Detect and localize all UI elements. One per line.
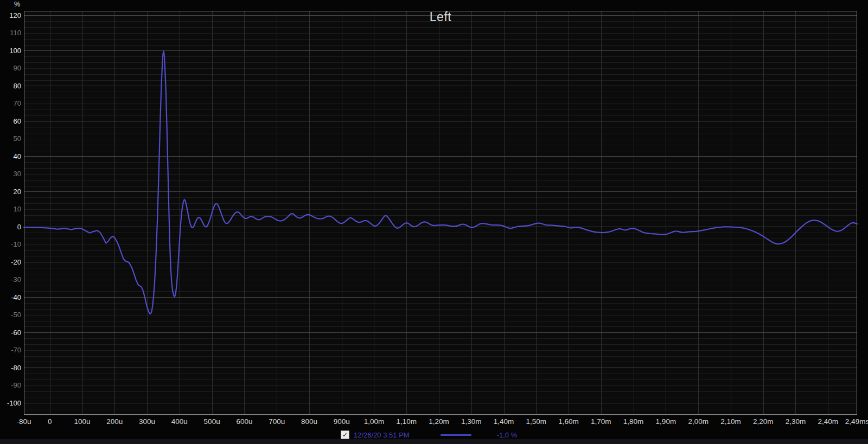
y-tick-label: 100 [9, 47, 21, 55]
y-tick-label: -90 [11, 381, 21, 389]
x-tick-label: 1,80m [623, 417, 644, 426]
x-tick-label: 2,00m [688, 417, 709, 426]
y-tick-label: -100 [7, 399, 21, 407]
graph-canvas[interactable]: 1201101009080706050403020100-10-20-30-40… [0, 0, 868, 428]
x-tick-label: 200u [106, 417, 123, 426]
x-tick-label: 600u [236, 417, 252, 426]
legend-trace-line-swatch [441, 434, 471, 436]
x-tick-label: 400u [171, 417, 188, 426]
impulse-response-graph[interactable]: 1201101009080706050403020100-10-20-30-40… [0, 0, 868, 428]
y-tick-label: 70 [14, 99, 21, 107]
y-tick-label: 50 [14, 134, 21, 143]
impulse-response-screen: { "title": "Left", "y_unit_label": "%", … [0, 0, 868, 444]
x-tick-label: 1,50m [526, 417, 547, 426]
y-tick-label: -80 [11, 364, 21, 372]
y-tick-label: -70 [11, 346, 21, 354]
x-tick-label: 100u [74, 417, 91, 426]
y-tick-label: 110 [10, 29, 21, 37]
x-tick-label: 2,40m [818, 417, 838, 426]
legend-cursor-value: -1,0 % [497, 431, 518, 439]
plot-area[interactable] [24, 11, 857, 415]
y-axis-unit-label: % [14, 1, 20, 8]
x-tick-label: 300u [139, 417, 155, 426]
y-tick-label: 80 [14, 82, 21, 90]
legend-checkbox-checked-icon[interactable]: ✓ [341, 430, 349, 439]
y-tick-label: 10 [14, 205, 21, 213]
legend-row: ✓ 12/26/20 3:51 PM -1,0 % [341, 430, 517, 440]
y-tick-label: -10 [11, 240, 21, 248]
x-tick-label: 500u [204, 417, 220, 426]
graph-title: Left [430, 10, 451, 24]
x-tick-label: 900u [334, 417, 350, 426]
x-tick-label: 2,49ms [845, 417, 868, 426]
y-tick-label: -30 [11, 275, 21, 284]
y-tick-label: -20 [11, 258, 21, 266]
x-tick-label: -80u [16, 417, 31, 426]
x-tick-label: 1,10m [396, 417, 417, 426]
y-tick-label: 60 [14, 117, 21, 125]
x-tick-label: 0 [48, 417, 52, 426]
y-tick-label: 120 [9, 11, 21, 20]
y-tick-label: 30 [14, 170, 21, 178]
x-tick-label: 1,60m [558, 417, 579, 426]
legend-measurement-timestamp: 12/26/20 3:51 PM [354, 431, 410, 439]
y-tick-label: -50 [11, 311, 21, 319]
x-tick-label: 1,90m [656, 417, 676, 426]
y-tick-label: 20 [14, 188, 21, 196]
x-tick-label: 1,30m [461, 417, 482, 426]
x-tick-label: 1,70m [591, 417, 611, 426]
x-tick-label: 1,00m [364, 417, 385, 426]
x-tick-label: 1,40m [494, 417, 514, 426]
y-tick-label: 90 [14, 64, 21, 72]
x-tick-label: 2,10m [720, 417, 741, 426]
window-bottom-strip [0, 439, 868, 444]
y-tick-label: 40 [14, 152, 21, 160]
y-tick-label: -60 [11, 329, 21, 337]
x-tick-label: 700u [269, 417, 285, 426]
x-tick-label: 2,30m [786, 417, 806, 426]
y-tick-label: -40 [11, 293, 21, 301]
x-tick-label: 800u [301, 417, 317, 426]
y-tick-label: 0 [17, 223, 21, 231]
x-tick-label: 2,20m [753, 417, 774, 426]
x-tick-label: 1,20m [429, 417, 449, 426]
